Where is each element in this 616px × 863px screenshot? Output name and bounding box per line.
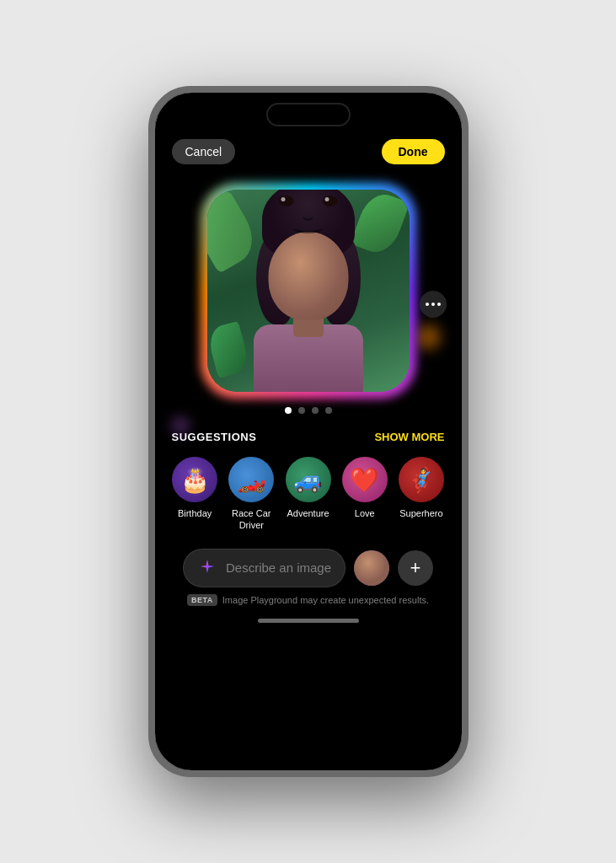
eye-right: [323, 196, 338, 206]
portrait-illustration: [207, 190, 410, 392]
page-dot-4[interactable]: [325, 407, 332, 414]
add-button[interactable]: +: [398, 550, 433, 586]
pagination-dots: [285, 407, 332, 414]
cancel-button[interactable]: Cancel: [172, 139, 236, 164]
suggestion-racecar[interactable]: 🏎️ Race CarDriver: [228, 457, 275, 532]
suggestions-section: SUGGESTIONS SHOW MORE 🎂 Birthday 🏎️: [155, 414, 462, 540]
beta-notice: BETA Image Playground may create unexpec…: [183, 592, 433, 609]
suggestion-superhero[interactable]: 🦸 Superhero: [398, 457, 444, 532]
superhero-emoji: 🦸: [406, 466, 436, 494]
adventure-label: Adventure: [287, 507, 329, 519]
more-dots-icon: [426, 303, 441, 306]
adventure-icon: 🚙: [286, 457, 331, 502]
sparkle-icon: [197, 558, 217, 578]
birthday-label: Birthday: [178, 507, 212, 519]
page-dot-3[interactable]: [312, 407, 319, 414]
suggestion-adventure[interactable]: 🚙 Adventure: [285, 457, 331, 532]
love-emoji: ❤️: [350, 466, 379, 494]
generated-image-container[interactable]: [207, 190, 410, 392]
input-row: Describe an image +: [183, 549, 433, 587]
racecar-icon: 🏎️: [228, 457, 274, 502]
home-indicator: [258, 619, 359, 623]
face-avatar-button[interactable]: [354, 550, 389, 586]
suggestions-header: SUGGESTIONS SHOW MORE: [172, 431, 445, 443]
birthday-emoji: 🎂: [180, 466, 210, 494]
bottom-area: Describe an image + BETA Image Playgroun…: [169, 540, 447, 614]
mouth-illustration: [293, 222, 324, 233]
racecar-label: Race CarDriver: [232, 507, 271, 532]
done-button[interactable]: Done: [382, 139, 445, 164]
describe-input[interactable]: Describe an image: [183, 549, 345, 587]
birthday-icon: 🎂: [172, 457, 217, 502]
beta-message: Image Playground may create unexpected r…: [222, 595, 429, 605]
page-dot-2[interactable]: [298, 407, 305, 414]
superhero-icon: 🦸: [399, 457, 444, 502]
main-content: SUGGESTIONS SHOW MORE 🎂 Birthday 🏎️: [155, 173, 462, 770]
eyes-illustration: [279, 196, 338, 206]
eye-left: [279, 196, 294, 206]
page-dot-1[interactable]: [285, 407, 292, 414]
suggestion-love[interactable]: ❤️ Love: [341, 457, 388, 532]
nose-illustration: [303, 211, 314, 221]
dynamic-island: [266, 103, 351, 126]
love-icon: ❤️: [342, 457, 388, 502]
phone-screen: Cancel Done: [155, 93, 462, 770]
suggestions-row: 🎂 Birthday 🏎️ Race CarDriver 🚙: [172, 457, 445, 532]
suggestion-birthday[interactable]: 🎂 Birthday: [172, 457, 218, 532]
avatar-image: [354, 550, 389, 586]
more-options-button[interactable]: [420, 291, 447, 318]
love-label: Love: [355, 507, 375, 519]
adventure-emoji: 🚙: [293, 466, 323, 494]
input-placeholder-text: Describe an image: [226, 560, 331, 575]
superhero-label: Superhero: [399, 507, 442, 519]
head-illustration: [268, 232, 348, 320]
plus-icon: +: [410, 559, 421, 577]
suggestions-title: SUGGESTIONS: [172, 431, 257, 443]
show-more-button[interactable]: SHOW MORE: [374, 431, 444, 443]
generated-image: [207, 190, 410, 392]
bokeh-decoration-1: [415, 324, 441, 350]
face-illustration: [241, 215, 376, 392]
racecar-emoji: 🏎️: [237, 466, 266, 494]
beta-badge: BETA: [187, 594, 217, 606]
phone-frame: Cancel Done: [148, 86, 469, 777]
